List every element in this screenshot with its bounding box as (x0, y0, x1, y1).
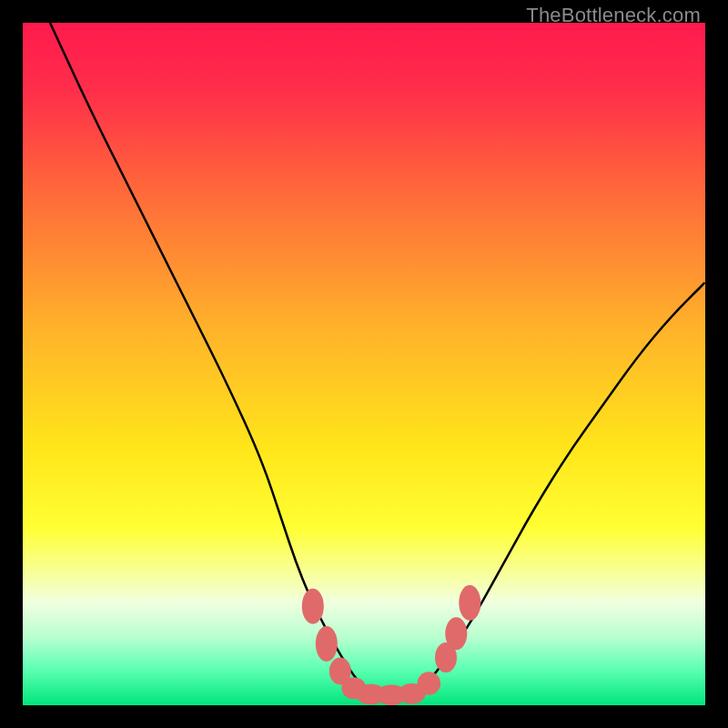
watermark-text: TheBottleneck.com (526, 4, 701, 27)
chart-frame (23, 23, 705, 705)
gradient-rect (23, 23, 705, 705)
background-gradient (23, 23, 705, 705)
